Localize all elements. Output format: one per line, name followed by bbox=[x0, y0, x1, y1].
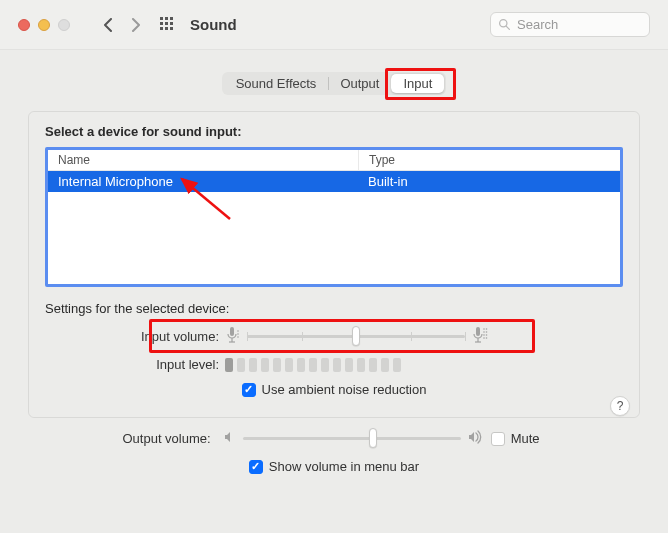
svg-rect-17 bbox=[476, 327, 480, 336]
output-volume-label: Output volume: bbox=[122, 431, 216, 446]
svg-point-20 bbox=[483, 328, 485, 330]
show-menubar-label: Show volume in menu bar bbox=[269, 459, 419, 474]
tab-input[interactable]: Input bbox=[391, 74, 444, 93]
search-field-wrap bbox=[490, 12, 650, 37]
ambient-noise-label: Use ambient noise reduction bbox=[262, 382, 427, 397]
column-header-type[interactable]: Type bbox=[358, 150, 620, 170]
svg-point-25 bbox=[486, 331, 488, 333]
device-select-prompt: Select a device for sound input: bbox=[45, 124, 623, 139]
ambient-noise-row: ✓ Use ambient noise reduction bbox=[45, 382, 623, 397]
level-segment bbox=[357, 358, 365, 372]
input-level-label: Input level: bbox=[45, 357, 225, 372]
svg-rect-1 bbox=[165, 17, 168, 20]
svg-rect-8 bbox=[170, 27, 173, 30]
input-volume-row: Input volume: bbox=[45, 326, 623, 347]
input-volume-slider[interactable] bbox=[225, 326, 489, 347]
tab-sound-effects[interactable]: Sound Effects bbox=[224, 74, 329, 93]
svg-point-14 bbox=[237, 330, 239, 332]
level-segment bbox=[237, 358, 245, 372]
window-toolbar: Sound bbox=[0, 0, 668, 50]
mute-checkbox[interactable] bbox=[491, 432, 505, 446]
input-volume-label: Input volume: bbox=[45, 329, 225, 344]
svg-point-23 bbox=[483, 337, 485, 339]
svg-point-27 bbox=[486, 337, 488, 339]
tab-row: Sound Effects Output Input bbox=[0, 72, 668, 95]
grid-icon bbox=[160, 17, 176, 33]
sound-tabs: Sound Effects Output Input bbox=[222, 72, 447, 95]
device-name-cell: Internal Microphone bbox=[48, 171, 358, 192]
level-segment bbox=[309, 358, 317, 372]
svg-point-22 bbox=[483, 334, 485, 336]
input-level-row: Input level: bbox=[45, 357, 623, 372]
input-pane: Select a device for sound input: Name Ty… bbox=[28, 111, 640, 418]
svg-rect-5 bbox=[170, 22, 173, 25]
window-title: Sound bbox=[190, 16, 237, 33]
level-segment bbox=[249, 358, 257, 372]
tab-label: Input bbox=[403, 76, 432, 91]
chevron-right-icon bbox=[129, 18, 141, 32]
level-segment bbox=[261, 358, 269, 372]
level-segment bbox=[273, 358, 281, 372]
speaker-high-icon bbox=[467, 430, 485, 447]
show-all-button[interactable] bbox=[160, 17, 176, 33]
device-table[interactable]: Name Type Internal Microphone Built-in bbox=[45, 147, 623, 287]
svg-rect-0 bbox=[160, 17, 163, 20]
tab-label: Output bbox=[340, 76, 379, 91]
level-segment bbox=[345, 358, 353, 372]
mute-label: Mute bbox=[511, 431, 546, 446]
svg-rect-4 bbox=[165, 22, 168, 25]
table-header: Name Type bbox=[48, 150, 620, 171]
minimize-window-button[interactable] bbox=[38, 19, 50, 31]
search-input[interactable] bbox=[490, 12, 650, 37]
tab-output[interactable]: Output bbox=[328, 74, 391, 93]
level-segment bbox=[381, 358, 389, 372]
level-segment bbox=[225, 358, 233, 372]
svg-rect-7 bbox=[165, 27, 168, 30]
level-segment bbox=[393, 358, 401, 372]
speaker-low-icon bbox=[223, 430, 237, 447]
slider-thumb[interactable] bbox=[352, 326, 360, 346]
forward-button[interactable] bbox=[122, 12, 148, 38]
bottom-section: Output volume: Mute ✓ Show volume in men… bbox=[28, 430, 640, 474]
output-volume-row: Output volume: Mute bbox=[44, 430, 624, 447]
tab-label: Sound Effects bbox=[236, 76, 317, 91]
column-header-name[interactable]: Name bbox=[48, 150, 358, 170]
input-level-meter bbox=[225, 358, 401, 372]
search-icon bbox=[498, 18, 511, 31]
ambient-noise-checkbox[interactable]: ✓ bbox=[242, 383, 256, 397]
svg-rect-11 bbox=[230, 327, 234, 336]
svg-point-15 bbox=[237, 333, 239, 335]
svg-point-16 bbox=[237, 336, 239, 338]
svg-rect-2 bbox=[170, 17, 173, 20]
close-window-button[interactable] bbox=[18, 19, 30, 31]
slider-thumb[interactable] bbox=[369, 428, 377, 448]
device-type-cell: Built-in bbox=[358, 171, 620, 192]
back-button[interactable] bbox=[96, 12, 122, 38]
help-button[interactable]: ? bbox=[610, 396, 630, 416]
output-slider-track[interactable] bbox=[243, 437, 461, 440]
settings-label: Settings for the selected device: bbox=[45, 301, 623, 316]
window-controls bbox=[18, 19, 70, 31]
svg-point-26 bbox=[486, 334, 488, 336]
svg-rect-6 bbox=[160, 27, 163, 30]
microphone-high-icon bbox=[471, 326, 489, 347]
svg-point-24 bbox=[486, 328, 488, 330]
svg-rect-3 bbox=[160, 22, 163, 25]
table-row[interactable]: Internal Microphone Built-in bbox=[48, 171, 620, 192]
level-segment bbox=[333, 358, 341, 372]
level-segment bbox=[369, 358, 377, 372]
level-segment bbox=[321, 358, 329, 372]
level-segment bbox=[297, 358, 305, 372]
slider-track[interactable] bbox=[247, 335, 465, 338]
svg-point-21 bbox=[483, 331, 485, 333]
level-segment bbox=[285, 358, 293, 372]
zoom-window-button[interactable] bbox=[58, 19, 70, 31]
show-menubar-row: ✓ Show volume in menu bar bbox=[44, 459, 624, 474]
show-menubar-checkbox[interactable]: ✓ bbox=[249, 460, 263, 474]
chevron-left-icon bbox=[103, 18, 115, 32]
microphone-low-icon bbox=[225, 326, 241, 347]
svg-line-10 bbox=[506, 26, 509, 29]
